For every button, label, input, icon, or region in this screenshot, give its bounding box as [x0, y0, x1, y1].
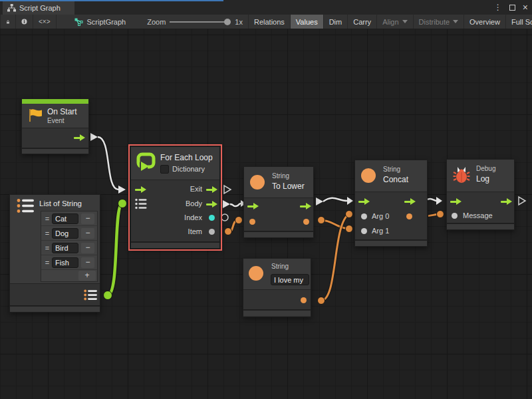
- message-label: Message: [463, 211, 493, 220]
- zoom-slider[interactable]: [170, 19, 231, 25]
- node-on-start[interactable]: On Start Event: [21, 98, 89, 154]
- result-output-port[interactable]: [303, 219, 309, 225]
- drag-handle[interactable]: =: [43, 229, 52, 237]
- script-graph-window: Script Graph ⋮ × <×>: [0, 0, 532, 399]
- wire-tolower-concat[interactable]: [316, 197, 353, 205]
- remove-item-button[interactable]: −: [81, 228, 94, 239]
- drag-handle[interactable]: =: [43, 259, 52, 267]
- tab-label: Script Graph: [19, 4, 61, 12]
- arg1-input-port[interactable]: [361, 228, 367, 234]
- align-label: Align: [382, 18, 398, 26]
- message-input-port[interactable]: [452, 213, 458, 219]
- remove-item-button[interactable]: −: [81, 213, 94, 224]
- flow-input-port[interactable]: [135, 186, 146, 193]
- node-for-each-loop[interactable]: For Each Loop Dictionary Exit Body Index: [130, 146, 220, 249]
- align-dropdown[interactable]: Align: [377, 15, 413, 29]
- lock-button[interactable]: [0, 15, 16, 29]
- index-output-port[interactable]: [209, 215, 215, 221]
- info-icon: [21, 17, 27, 26]
- node-title: To Lower: [272, 182, 305, 191]
- window-close-icon[interactable]: ×: [523, 3, 528, 12]
- string-input-port[interactable]: [249, 219, 255, 225]
- list-item-input[interactable]: [52, 228, 78, 239]
- drag-handle[interactable]: =: [43, 244, 52, 252]
- list-editor: = − = − = − =: [41, 211, 98, 282]
- graph-breadcrumb[interactable]: ScriptGraph: [68, 15, 132, 29]
- dim-button[interactable]: Dim: [324, 15, 348, 29]
- string-value-input[interactable]: [271, 274, 309, 285]
- drag-handle[interactable]: =: [43, 215, 52, 223]
- dictionary-checkbox[interactable]: [160, 165, 169, 174]
- carry-label: Carry: [353, 18, 371, 26]
- port-label-exit: Exit: [190, 185, 202, 194]
- node-subtitle: Event: [47, 117, 65, 124]
- node-footer: [244, 231, 313, 237]
- item-output-port[interactable]: [209, 229, 215, 235]
- distribute-label: Distribute: [419, 18, 450, 26]
- relations-button[interactable]: Relations: [248, 15, 291, 29]
- node-to-lower[interactable]: String To Lower: [243, 166, 314, 238]
- exit-output-port[interactable]: [206, 186, 217, 193]
- flow-output-port[interactable]: [404, 198, 416, 205]
- graph-canvas[interactable]: On Start Event List of String: [0, 29, 532, 399]
- flow-input-port[interactable]: [247, 203, 259, 209]
- wire-tolower-arg1[interactable]: [318, 217, 353, 233]
- debug-exit-unconnected-triangle[interactable]: [519, 197, 525, 205]
- port-label-body: Body: [186, 200, 202, 208]
- node-footer: [10, 305, 100, 312]
- remove-item-button[interactable]: −: [81, 257, 94, 268]
- window-maximize-icon[interactable]: [509, 5, 515, 11]
- relations-label: Relations: [254, 18, 285, 26]
- node-string-literal[interactable]: String: [243, 258, 311, 317]
- index-unconnected-circle[interactable]: [221, 214, 228, 221]
- node-concat[interactable]: String Concat Arg 0 Arg 1: [354, 160, 428, 247]
- wire-list-foreach[interactable]: [104, 200, 127, 300]
- node-footer: [131, 241, 219, 248]
- add-item-button[interactable]: +: [78, 271, 96, 281]
- flow-output-port[interactable]: [501, 198, 512, 205]
- code-icon: <×>: [39, 18, 51, 25]
- graph-toolbar: <×> ScriptGraph Zoom 1x Relations Values…: [0, 15, 532, 29]
- fullscreen-button[interactable]: Full Screen: [506, 15, 532, 29]
- inspect-button[interactable]: [16, 15, 33, 29]
- list-item-input[interactable]: [52, 257, 78, 268]
- string-output-port[interactable]: [301, 297, 307, 303]
- flow-input-port[interactable]: [358, 198, 370, 205]
- flag-icon: [27, 107, 43, 123]
- list-input-port[interactable]: [135, 198, 147, 209]
- node-type: String: [271, 263, 289, 270]
- window-menu-icon[interactable]: ⋮: [494, 3, 502, 11]
- list-output-port[interactable]: [84, 289, 98, 301]
- zoom-slider-knob[interactable]: [224, 19, 231, 25]
- node-footer: [243, 309, 311, 316]
- node-debug-log[interactable]: Debug Log Message: [446, 159, 515, 230]
- arg1-label: Arg 1: [372, 227, 389, 235]
- node-title: For Each Loop: [160, 153, 213, 162]
- code-preview-button[interactable]: <×>: [33, 15, 57, 29]
- port-label-item: Item: [188, 227, 202, 236]
- tab-script-graph[interactable]: Script Graph: [3, 1, 74, 15]
- result-output-port[interactable]: [406, 213, 412, 219]
- wire-body-tolower[interactable]: [223, 200, 246, 208]
- title-bar: Script Graph ⋮ ×: [0, 0, 532, 15]
- bug-icon: [452, 166, 471, 184]
- remove-item-button[interactable]: −: [81, 243, 94, 253]
- node-footer: [447, 223, 514, 229]
- graph-icon: [74, 17, 83, 27]
- exit-unconnected-triangle[interactable]: [224, 186, 231, 194]
- wire-onstart-foreach[interactable]: [90, 133, 126, 194]
- arg0-input-port[interactable]: [361, 213, 367, 219]
- body-output-port[interactable]: [206, 201, 217, 207]
- node-list-of-string[interactable]: List of String = − = − =: [9, 194, 100, 313]
- carry-button[interactable]: Carry: [348, 15, 377, 29]
- list-item-input[interactable]: [52, 243, 78, 253]
- flow-input-port[interactable]: [450, 198, 462, 205]
- list-item-row: = −: [41, 211, 97, 226]
- flow-output-port[interactable]: [74, 134, 85, 141]
- zoom-label: Zoom: [147, 18, 166, 26]
- overview-button[interactable]: Overview: [464, 15, 506, 29]
- flow-output-port[interactable]: [300, 203, 311, 209]
- list-item-input[interactable]: [52, 213, 78, 224]
- distribute-dropdown[interactable]: Distribute: [414, 15, 464, 29]
- values-button[interactable]: Values: [291, 15, 324, 29]
